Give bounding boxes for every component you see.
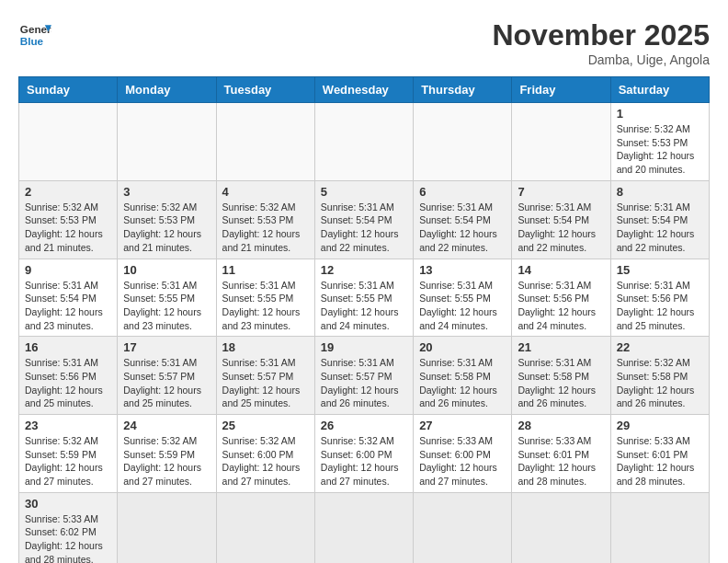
day-number: 3 — [123, 185, 210, 199]
day-number: 16 — [25, 340, 111, 354]
day-number: 22 — [617, 340, 703, 354]
calendar-day-cell: 19Sunrise: 5:31 AMSunset: 5:57 PMDayligh… — [314, 337, 413, 415]
calendar-day-cell: 7Sunrise: 5:31 AMSunset: 5:54 PMDaylight… — [512, 180, 610, 259]
calendar-day-cell: 10Sunrise: 5:31 AMSunset: 5:55 PMDayligh… — [118, 259, 216, 337]
day-number: 4 — [222, 185, 309, 199]
calendar-day-cell: 17Sunrise: 5:31 AMSunset: 5:57 PMDayligh… — [118, 337, 216, 415]
calendar-day-cell: 1Sunrise: 5:32 AMSunset: 5:53 PMDaylight… — [610, 103, 709, 181]
calendar-day-cell — [118, 103, 216, 181]
calendar-day-cell: 22Sunrise: 5:32 AMSunset: 5:58 PMDayligh… — [610, 337, 709, 415]
day-number: 19 — [321, 340, 407, 354]
day-info: Sunrise: 5:31 AMSunset: 5:57 PMDaylight:… — [123, 356, 210, 410]
day-header-saturday: Saturday — [610, 77, 709, 103]
calendar-table: SundayMondayTuesdayWednesdayThursdayFrid… — [18, 76, 710, 563]
day-number: 11 — [222, 263, 309, 277]
calendar-week-row: 16Sunrise: 5:31 AMSunset: 5:56 PMDayligh… — [19, 337, 710, 415]
calendar-day-cell: 27Sunrise: 5:33 AMSunset: 6:00 PMDayligh… — [414, 415, 512, 493]
day-info: Sunrise: 5:32 AMSunset: 5:58 PMDaylight:… — [617, 356, 703, 410]
title-block: November 2025 Damba, Uige, Angola — [492, 18, 710, 67]
day-number: 8 — [617, 185, 703, 199]
svg-text:Blue: Blue — [20, 35, 44, 47]
day-number: 6 — [419, 185, 506, 199]
calendar-day-cell — [216, 492, 314, 563]
day-info: Sunrise: 5:32 AMSunset: 5:59 PMDaylight:… — [25, 434, 111, 488]
day-info: Sunrise: 5:32 AMSunset: 5:53 PMDaylight:… — [222, 201, 309, 255]
calendar-day-cell: 23Sunrise: 5:32 AMSunset: 5:59 PMDayligh… — [19, 415, 118, 493]
calendar-day-cell — [610, 492, 709, 563]
day-number: 10 — [123, 263, 210, 277]
day-number: 15 — [617, 263, 703, 277]
day-header-wednesday: Wednesday — [314, 77, 413, 103]
day-info: Sunrise: 5:32 AMSunset: 5:59 PMDaylight:… — [123, 434, 210, 488]
calendar-day-cell: 25Sunrise: 5:32 AMSunset: 6:00 PMDayligh… — [216, 415, 314, 493]
day-number: 13 — [419, 263, 506, 277]
calendar-day-cell — [118, 492, 216, 563]
day-info: Sunrise: 5:31 AMSunset: 5:54 PMDaylight:… — [617, 201, 703, 255]
calendar-day-cell: 2Sunrise: 5:32 AMSunset: 5:53 PMDaylight… — [19, 180, 118, 259]
day-number: 5 — [321, 185, 407, 199]
day-number: 28 — [518, 419, 604, 432]
day-number: 17 — [123, 340, 210, 354]
calendar-day-cell: 11Sunrise: 5:31 AMSunset: 5:55 PMDayligh… — [216, 259, 314, 337]
day-number: 1 — [617, 107, 703, 121]
day-info: Sunrise: 5:31 AMSunset: 5:55 PMDaylight:… — [222, 279, 309, 333]
calendar-header-row: SundayMondayTuesdayWednesdayThursdayFrid… — [19, 77, 710, 103]
calendar-day-cell — [512, 103, 610, 181]
calendar-week-row: 9Sunrise: 5:31 AMSunset: 5:54 PMDaylight… — [19, 259, 710, 337]
day-number: 26 — [321, 419, 407, 432]
day-info: Sunrise: 5:32 AMSunset: 5:53 PMDaylight:… — [617, 122, 703, 177]
calendar-day-cell: 12Sunrise: 5:31 AMSunset: 5:55 PMDayligh… — [314, 259, 413, 337]
calendar-week-row: 23Sunrise: 5:32 AMSunset: 5:59 PMDayligh… — [19, 415, 710, 493]
day-number: 9 — [25, 263, 111, 277]
calendar-day-cell — [19, 103, 118, 181]
day-info: Sunrise: 5:31 AMSunset: 5:55 PMDaylight:… — [419, 279, 506, 333]
day-number: 12 — [321, 263, 407, 277]
day-number: 7 — [518, 185, 604, 199]
calendar-day-cell: 16Sunrise: 5:31 AMSunset: 5:56 PMDayligh… — [19, 337, 118, 415]
day-info: Sunrise: 5:33 AMSunset: 6:01 PMDaylight:… — [518, 434, 604, 488]
calendar-day-cell: 18Sunrise: 5:31 AMSunset: 5:57 PMDayligh… — [216, 337, 314, 415]
logo: General Blue — [18, 18, 51, 52]
day-info: Sunrise: 5:31 AMSunset: 5:54 PMDaylight:… — [518, 201, 604, 255]
calendar-day-cell: 28Sunrise: 5:33 AMSunset: 6:01 PMDayligh… — [512, 415, 610, 493]
calendar-day-cell: 24Sunrise: 5:32 AMSunset: 5:59 PMDayligh… — [118, 415, 216, 493]
calendar-day-cell: 26Sunrise: 5:32 AMSunset: 6:00 PMDayligh… — [314, 415, 413, 493]
day-number: 29 — [617, 419, 703, 432]
logo-icon: General Blue — [18, 18, 51, 52]
calendar-day-cell: 20Sunrise: 5:31 AMSunset: 5:58 PMDayligh… — [414, 337, 512, 415]
calendar-day-cell — [414, 492, 512, 563]
day-number: 30 — [25, 497, 111, 511]
day-info: Sunrise: 5:31 AMSunset: 5:56 PMDaylight:… — [617, 279, 703, 333]
day-number: 14 — [518, 263, 604, 277]
day-info: Sunrise: 5:32 AMSunset: 6:00 PMDaylight:… — [321, 434, 407, 488]
day-header-tuesday: Tuesday — [216, 77, 314, 103]
calendar-day-cell: 3Sunrise: 5:32 AMSunset: 5:53 PMDaylight… — [118, 180, 216, 259]
day-info: Sunrise: 5:33 AMSunset: 6:01 PMDaylight:… — [617, 434, 703, 488]
day-number: 27 — [419, 419, 506, 432]
month-title: November 2025 — [492, 18, 710, 52]
day-info: Sunrise: 5:31 AMSunset: 5:57 PMDaylight:… — [222, 356, 309, 410]
calendar-day-cell: 15Sunrise: 5:31 AMSunset: 5:56 PMDayligh… — [610, 259, 709, 337]
day-info: Sunrise: 5:31 AMSunset: 5:57 PMDaylight:… — [321, 356, 407, 410]
calendar-day-cell: 8Sunrise: 5:31 AMSunset: 5:54 PMDaylight… — [610, 180, 709, 259]
location: Damba, Uige, Angola — [492, 52, 710, 67]
calendar-day-cell — [216, 103, 314, 181]
calendar-day-cell — [414, 103, 512, 181]
day-info: Sunrise: 5:31 AMSunset: 5:56 PMDaylight:… — [25, 356, 111, 410]
day-number: 2 — [25, 185, 111, 199]
day-info: Sunrise: 5:32 AMSunset: 5:53 PMDaylight:… — [123, 201, 210, 255]
calendar-day-cell: 30Sunrise: 5:33 AMSunset: 6:02 PMDayligh… — [19, 492, 118, 563]
day-header-monday: Monday — [118, 77, 216, 103]
day-number: 20 — [419, 340, 506, 354]
page-header: General Blue November 2025 Damba, Uige, … — [18, 18, 710, 67]
day-number: 23 — [25, 419, 111, 432]
day-info: Sunrise: 5:32 AMSunset: 6:00 PMDaylight:… — [222, 434, 309, 488]
calendar-day-cell: 13Sunrise: 5:31 AMSunset: 5:55 PMDayligh… — [414, 259, 512, 337]
calendar-week-row: 1Sunrise: 5:32 AMSunset: 5:53 PMDaylight… — [19, 103, 710, 181]
calendar-day-cell: 4Sunrise: 5:32 AMSunset: 5:53 PMDaylight… — [216, 180, 314, 259]
calendar-day-cell: 6Sunrise: 5:31 AMSunset: 5:54 PMDaylight… — [414, 180, 512, 259]
calendar-day-cell: 14Sunrise: 5:31 AMSunset: 5:56 PMDayligh… — [512, 259, 610, 337]
day-header-sunday: Sunday — [19, 77, 118, 103]
day-number: 18 — [222, 340, 309, 354]
calendar-week-row: 2Sunrise: 5:32 AMSunset: 5:53 PMDaylight… — [19, 180, 710, 259]
